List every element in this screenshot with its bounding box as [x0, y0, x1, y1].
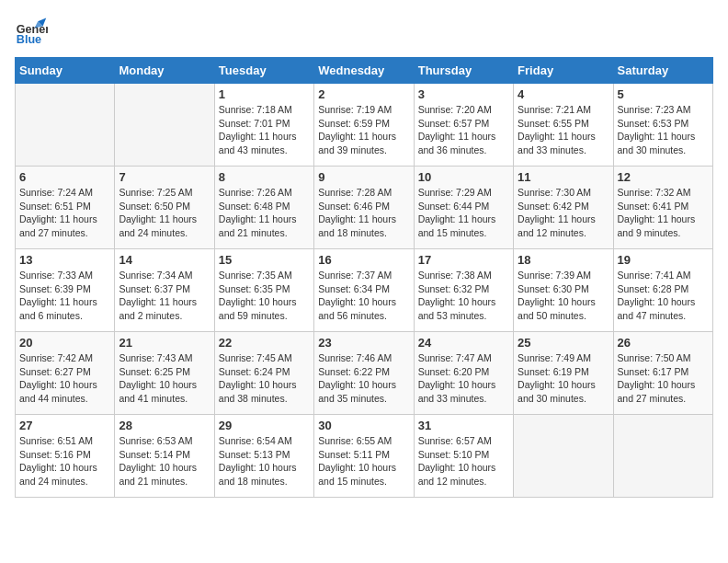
calendar-cell: 16Sunrise: 7:37 AMSunset: 6:34 PMDayligh…: [314, 249, 414, 332]
col-header-friday: Friday: [514, 58, 613, 84]
calendar-cell: 17Sunrise: 7:38 AMSunset: 6:32 PMDayligh…: [414, 249, 513, 332]
day-info: Sunrise: 6:51 AMSunset: 5:16 PMDaylight:…: [19, 434, 110, 488]
col-header-saturday: Saturday: [613, 58, 712, 84]
calendar-cell: 24Sunrise: 7:47 AMSunset: 6:20 PMDayligh…: [414, 332, 513, 415]
day-number: 26: [618, 336, 709, 350]
calendar-cell: 29Sunrise: 6:54 AMSunset: 5:13 PMDayligh…: [214, 415, 313, 498]
svg-text:Blue: Blue: [17, 33, 41, 46]
day-number: 24: [418, 336, 509, 350]
calendar-week-4: 20Sunrise: 7:42 AMSunset: 6:27 PMDayligh…: [16, 332, 713, 415]
day-number: 15: [219, 253, 310, 267]
col-header-monday: Monday: [115, 58, 214, 84]
day-number: 25: [518, 336, 609, 350]
calendar-cell: 30Sunrise: 6:55 AMSunset: 5:11 PMDayligh…: [314, 415, 414, 498]
calendar-cell: 11Sunrise: 7:30 AMSunset: 6:42 PMDayligh…: [514, 167, 613, 249]
day-info: Sunrise: 7:45 AMSunset: 6:24 PMDaylight:…: [219, 351, 310, 406]
day-number: 27: [19, 419, 110, 432]
calendar-cell: 1Sunrise: 7:18 AMSunset: 7:01 PMDaylight…: [214, 84, 313, 167]
day-info: Sunrise: 7:42 AMSunset: 6:27 PMDaylight:…: [19, 351, 110, 406]
logo-icon: General Blue: [15, 15, 48, 48]
calendar-cell: 19Sunrise: 7:41 AMSunset: 6:28 PMDayligh…: [613, 249, 712, 332]
calendar-week-5: 27Sunrise: 6:51 AMSunset: 5:16 PMDayligh…: [16, 415, 713, 498]
calendar-cell: 23Sunrise: 7:46 AMSunset: 6:22 PMDayligh…: [314, 332, 414, 415]
day-info: Sunrise: 7:35 AMSunset: 6:35 PMDaylight:…: [219, 269, 310, 323]
day-number: 19: [618, 253, 709, 267]
calendar-cell: [514, 415, 613, 498]
day-number: 20: [19, 336, 110, 350]
calendar-table: SundayMondayTuesdayWednesdayThursdayFrid…: [15, 57, 713, 498]
day-info: Sunrise: 7:41 AMSunset: 6:28 PMDaylight:…: [618, 269, 709, 323]
calendar-cell: 25Sunrise: 7:49 AMSunset: 6:19 PMDayligh…: [514, 332, 613, 415]
calendar-cell: 12Sunrise: 7:32 AMSunset: 6:41 PMDayligh…: [613, 167, 712, 249]
day-info: Sunrise: 7:21 AMSunset: 6:55 PMDaylight:…: [518, 103, 609, 157]
day-number: 5: [618, 87, 709, 101]
day-info: Sunrise: 7:32 AMSunset: 6:41 PMDaylight:…: [618, 186, 709, 240]
calendar-cell: 22Sunrise: 7:45 AMSunset: 6:24 PMDayligh…: [214, 332, 313, 415]
calendar-cell: [613, 415, 712, 498]
calendar-cell: 2Sunrise: 7:19 AMSunset: 6:59 PMDaylight…: [314, 84, 414, 167]
calendar-cell: 20Sunrise: 7:42 AMSunset: 6:27 PMDayligh…: [16, 332, 115, 415]
day-info: Sunrise: 7:20 AMSunset: 6:57 PMDaylight:…: [418, 103, 509, 157]
calendar-cell: 26Sunrise: 7:50 AMSunset: 6:17 PMDayligh…: [613, 332, 712, 415]
day-info: Sunrise: 7:37 AMSunset: 6:34 PMDaylight:…: [318, 269, 409, 323]
day-number: 16: [318, 253, 409, 267]
day-number: 29: [219, 419, 310, 432]
calendar-cell: 27Sunrise: 6:51 AMSunset: 5:16 PMDayligh…: [16, 415, 115, 498]
day-number: 11: [518, 170, 609, 184]
calendar-week-3: 13Sunrise: 7:33 AMSunset: 6:39 PMDayligh…: [16, 249, 713, 332]
day-info: Sunrise: 6:53 AMSunset: 5:14 PMDaylight:…: [119, 434, 210, 488]
day-info: Sunrise: 7:47 AMSunset: 6:20 PMDaylight:…: [418, 351, 509, 406]
day-number: 12: [618, 170, 709, 184]
logo: General Blue: [15, 15, 51, 48]
page-header: General Blue: [15, 15, 713, 48]
day-info: Sunrise: 7:29 AMSunset: 6:44 PMDaylight:…: [418, 186, 509, 240]
day-info: Sunrise: 7:28 AMSunset: 6:46 PMDaylight:…: [318, 186, 409, 240]
calendar-cell: 14Sunrise: 7:34 AMSunset: 6:37 PMDayligh…: [115, 249, 214, 332]
day-info: Sunrise: 7:18 AMSunset: 7:01 PMDaylight:…: [219, 103, 310, 157]
calendar-week-1: 1Sunrise: 7:18 AMSunset: 7:01 PMDaylight…: [16, 84, 713, 167]
day-info: Sunrise: 6:57 AMSunset: 5:10 PMDaylight:…: [418, 434, 509, 488]
day-number: 8: [219, 170, 310, 184]
calendar-cell: 18Sunrise: 7:39 AMSunset: 6:30 PMDayligh…: [514, 249, 613, 332]
day-number: 6: [19, 170, 110, 184]
calendar-week-2: 6Sunrise: 7:24 AMSunset: 6:51 PMDaylight…: [16, 167, 713, 249]
day-number: 2: [318, 87, 409, 101]
col-header-sunday: Sunday: [16, 58, 115, 84]
calendar-cell: 21Sunrise: 7:43 AMSunset: 6:25 PMDayligh…: [115, 332, 214, 415]
day-number: 10: [418, 170, 509, 184]
day-number: 1: [219, 87, 310, 101]
calendar-cell: 4Sunrise: 7:21 AMSunset: 6:55 PMDaylight…: [514, 84, 613, 167]
calendar-cell: 13Sunrise: 7:33 AMSunset: 6:39 PMDayligh…: [16, 249, 115, 332]
day-info: Sunrise: 7:39 AMSunset: 6:30 PMDaylight:…: [518, 269, 609, 323]
day-info: Sunrise: 7:25 AMSunset: 6:50 PMDaylight:…: [119, 186, 210, 240]
day-number: 13: [19, 253, 110, 267]
day-number: 3: [418, 87, 509, 101]
calendar-cell: 15Sunrise: 7:35 AMSunset: 6:35 PMDayligh…: [214, 249, 313, 332]
day-info: Sunrise: 7:50 AMSunset: 6:17 PMDaylight:…: [618, 351, 709, 406]
day-number: 22: [219, 336, 310, 350]
day-number: 7: [119, 170, 210, 184]
day-info: Sunrise: 7:19 AMSunset: 6:59 PMDaylight:…: [318, 103, 409, 157]
calendar-cell: 5Sunrise: 7:23 AMSunset: 6:53 PMDaylight…: [613, 84, 712, 167]
day-info: Sunrise: 6:54 AMSunset: 5:13 PMDaylight:…: [219, 434, 310, 488]
day-info: Sunrise: 7:43 AMSunset: 6:25 PMDaylight:…: [119, 351, 210, 406]
day-info: Sunrise: 7:33 AMSunset: 6:39 PMDaylight:…: [19, 269, 110, 323]
day-number: 28: [119, 419, 210, 432]
calendar-cell: 7Sunrise: 7:25 AMSunset: 6:50 PMDaylight…: [115, 167, 214, 249]
day-number: 9: [318, 170, 409, 184]
calendar-cell: [115, 84, 214, 167]
day-number: 23: [318, 336, 409, 350]
day-info: Sunrise: 6:55 AMSunset: 5:11 PMDaylight:…: [318, 434, 409, 488]
calendar-cell: 6Sunrise: 7:24 AMSunset: 6:51 PMDaylight…: [16, 167, 115, 249]
calendar-cell: 8Sunrise: 7:26 AMSunset: 6:48 PMDaylight…: [214, 167, 313, 249]
day-number: 31: [418, 419, 509, 432]
day-info: Sunrise: 7:46 AMSunset: 6:22 PMDaylight:…: [318, 351, 409, 406]
day-info: Sunrise: 7:26 AMSunset: 6:48 PMDaylight:…: [219, 186, 310, 240]
day-number: 21: [119, 336, 210, 350]
day-info: Sunrise: 7:34 AMSunset: 6:37 PMDaylight:…: [119, 269, 210, 323]
day-info: Sunrise: 7:30 AMSunset: 6:42 PMDaylight:…: [518, 186, 609, 240]
col-header-wednesday: Wednesday: [314, 58, 414, 84]
calendar-cell: 10Sunrise: 7:29 AMSunset: 6:44 PMDayligh…: [414, 167, 513, 249]
day-number: 4: [518, 87, 609, 101]
col-header-thursday: Thursday: [414, 58, 513, 84]
